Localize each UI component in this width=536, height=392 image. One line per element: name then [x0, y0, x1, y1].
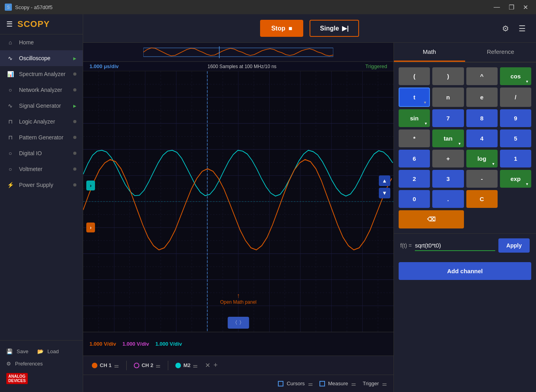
cursors-checkbox[interactable]: [278, 381, 283, 386]
0-button[interactable]: 0: [399, 190, 430, 208]
menu-lines-button[interactable]: ☰: [516, 21, 528, 36]
minus-button[interactable]: -: [466, 170, 498, 188]
ch2-label: CH 2: [142, 362, 154, 368]
8-button[interactable]: 8: [466, 109, 498, 127]
home-icon: ⌂: [6, 39, 14, 46]
sidebar: ☰ SCOPY ⌂ Home ∿ Oscilloscope ▶ 📊 Spectr…: [0, 14, 83, 392]
sidebar-item-power-supply[interactable]: ⚡ Power Supply: [0, 177, 83, 193]
titlebar-left: S Scopy - a57d0f5: [5, 4, 53, 11]
9-button[interactable]: 9: [500, 109, 531, 127]
3-button[interactable]: 3: [432, 170, 464, 188]
trigger-settings-button[interactable]: ⚌: [382, 381, 387, 387]
waveform-canvas: › › ▲ ▼ ↑ Open Math panel 〈 〉: [83, 71, 393, 332]
power-button[interactable]: ^: [466, 67, 498, 85]
sidebar-item-label-network: Network Analyzer: [19, 87, 68, 93]
measure-checkbox[interactable]: [319, 381, 325, 386]
close-button[interactable]: ✕: [520, 3, 531, 12]
sidebar-item-pattern-generator[interactable]: ⊓ Pattern Generator: [0, 129, 83, 145]
sidebar-item-network-analyzer[interactable]: ○ Network Analyzer: [0, 82, 83, 98]
samples-info: 1600 Samples at 100 MHz/10 ns: [207, 64, 276, 69]
m2-close-button[interactable]: ✕: [205, 362, 210, 369]
log-button[interactable]: log ▼: [466, 150, 498, 167]
multiply-button[interactable]: *: [399, 129, 430, 147]
tab-reference[interactable]: Reference: [465, 43, 536, 62]
preferences-item[interactable]: ⚙ Preferences: [6, 358, 76, 370]
volt-ch2-label: 1.000 V/div: [122, 341, 149, 347]
plus-button[interactable]: +: [432, 150, 464, 167]
ch2-handle-button[interactable]: ›: [86, 181, 95, 190]
add-channel-inline-button[interactable]: +: [213, 361, 218, 369]
sidebar-item-spectrum-analyzer[interactable]: 📊 Spectrum Analyzer: [0, 66, 83, 82]
sidebar-item-label-voltmeter: Voltmeter: [19, 166, 68, 172]
cursors-settings-button[interactable]: ⚌: [308, 381, 313, 387]
hamburger-button[interactable]: ☰: [6, 20, 13, 29]
scroll-up-button[interactable]: ▲: [379, 175, 390, 186]
pattern-indicator: [73, 136, 76, 139]
digital-io-indicator: [73, 152, 76, 155]
settings-button[interactable]: ⚙: [500, 21, 511, 36]
ch2-channel-item[interactable]: CH 2 ⚌: [130, 361, 165, 370]
e-button[interactable]: e: [466, 88, 498, 107]
ch1-settings-button[interactable]: ⚌: [114, 362, 119, 369]
scroll-down-button[interactable]: ▼: [379, 188, 390, 198]
divide-button[interactable]: /: [500, 88, 531, 107]
sidebar-item-oscilloscope[interactable]: ∿ Oscilloscope ▶: [0, 50, 83, 66]
stop-button[interactable]: Stop ■: [260, 20, 303, 37]
single-icon: ▶|: [342, 25, 348, 32]
add-channel-button[interactable]: Add channel: [399, 262, 531, 280]
waveform-info-bar: 1.000 μs/div 1600 Samples at 100 MHz/10 …: [83, 62, 393, 71]
volt-labels: 1.000 V/div 1.000 V/div 1.000 V/div: [89, 341, 182, 347]
t-button[interactable]: t ▼: [399, 88, 430, 107]
cos-button[interactable]: cos ▼: [500, 67, 531, 85]
save-item[interactable]: 💾 Save 📂 Load: [6, 345, 76, 358]
apply-button[interactable]: Apply: [498, 238, 530, 253]
sidebar-item-logic-analyzer[interactable]: ⊓ Logic Analyzer: [0, 114, 83, 129]
tan-button[interactable]: tan ▼: [432, 129, 464, 147]
4-button[interactable]: 4: [466, 129, 498, 147]
spectrum-indicator: [73, 72, 76, 76]
tab-math[interactable]: Math: [394, 43, 465, 62]
2-button[interactable]: 2: [399, 170, 430, 188]
formula-input[interactable]: [415, 240, 495, 251]
sidebar-item-label-signal-gen: Signal Generator: [19, 103, 68, 109]
5-button[interactable]: 5: [500, 129, 531, 147]
app-title: Scopy - a57d0f5: [15, 4, 53, 10]
paren-close-button[interactable]: ): [432, 67, 464, 85]
ch2-settings-button[interactable]: ⚌: [156, 362, 161, 369]
paren-open-button[interactable]: (: [399, 67, 430, 85]
backspace-button[interactable]: ⌫: [399, 210, 464, 228]
dot-button[interactable]: .: [432, 190, 464, 208]
sidebar-item-signal-generator[interactable]: ∿ Signal Generator ▶: [0, 98, 83, 114]
m2-settings-button[interactable]: ⚌: [193, 362, 198, 369]
exp-button[interactable]: exp ▼: [500, 170, 531, 188]
oscilloscope-icon: ∿: [6, 55, 14, 61]
n-button[interactable]: n: [432, 88, 464, 107]
m2-channel-item[interactable]: M2 ⚌: [171, 361, 202, 370]
ch1-channel-item[interactable]: CH 1 ⚌: [88, 361, 123, 370]
measure-label: Measure: [328, 381, 348, 386]
maximize-button[interactable]: ❐: [506, 3, 517, 12]
signal-gen-icon: ∿: [6, 103, 14, 109]
sin-button[interactable]: sin ▼: [399, 109, 430, 127]
trigger-label: Trigger: [363, 381, 379, 386]
6-button[interactable]: 6: [399, 150, 430, 167]
logic-icon: ⊓: [6, 118, 14, 125]
open-math-arrow-icon: ↑: [220, 292, 257, 299]
timeline-nav-button[interactable]: 〈 〉: [228, 317, 249, 329]
7-button[interactable]: 7: [432, 109, 464, 127]
clear-button[interactable]: C: [466, 190, 498, 208]
minimize-button[interactable]: —: [490, 3, 503, 12]
sidebar-item-voltmeter[interactable]: ○ Voltmeter: [0, 161, 83, 177]
m2-color-dot: [175, 363, 181, 368]
sidebar-item-digital-io[interactable]: ○ Digital IO: [0, 145, 83, 161]
single-button[interactable]: Single ▶|: [310, 20, 359, 37]
ad-logo-icon: ANALOGDEVICES: [6, 373, 28, 384]
measure-settings-button[interactable]: ⚌: [351, 381, 356, 387]
titlebar-controls: — ❐ ✕: [490, 3, 531, 12]
ch-divider-2: [168, 361, 168, 370]
1-button[interactable]: 1: [500, 150, 531, 167]
sidebar-items: ⌂ Home ∿ Oscilloscope ▶ 📊 Spectrum Analy…: [0, 34, 83, 340]
sidebar-item-home[interactable]: ⌂ Home: [0, 34, 83, 50]
logo: SCOPY: [17, 19, 50, 29]
ch1-handle-button[interactable]: ›: [86, 223, 95, 232]
